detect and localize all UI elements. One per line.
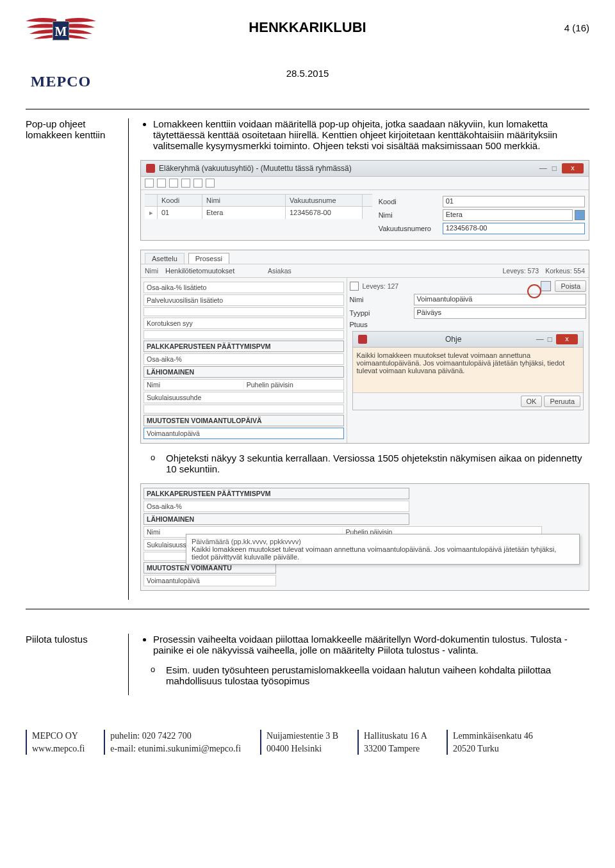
mepco-logo: M MEPCO — [19, 16, 102, 74]
highlight-circle-icon — [527, 284, 541, 298]
toolbar-icon[interactable] — [206, 179, 215, 188]
toolbar-icon[interactable] — [169, 179, 178, 188]
list-item[interactable]: Nimi Puhelin päivisin — [144, 379, 344, 390]
help-icon[interactable] — [541, 281, 551, 291]
list-item[interactable]: Osa-aika-% — [144, 501, 409, 512]
ok-button[interactable]: OK — [521, 396, 543, 407]
screenshot-elakeryhma: Eläkeryhmä (vakuutusyhtiö) - (Muutettu t… — [140, 160, 589, 241]
r-nimi-input[interactable]: Voimaantulopäivä — [414, 294, 586, 305]
footer-col-tampere: Hallituskatu 16 A33200 Tampere — [357, 730, 427, 755]
list-item[interactable]: LÄHIOMAINEN — [144, 366, 344, 378]
maximize-icon[interactable]: □ — [552, 164, 557, 173]
footer-col-company: MEPCO OYwww.mepco.fi — [26, 730, 85, 755]
bullet-text: Lomakkeen kenttiin voidaan määritellä po… — [153, 118, 589, 151]
close-icon[interactable]: x — [562, 163, 584, 173]
window-titlebar: Eläkeryhmä (vakuutusyhtiö) - (Muutettu t… — [141, 161, 589, 177]
toolbar-icon[interactable] — [157, 179, 166, 188]
list-item[interactable]: Korotuksen syy — [144, 317, 344, 329]
vertical-divider — [128, 118, 129, 600]
section-label: Pop-up ohjeet lomakkeen kenttiin — [26, 118, 128, 600]
footer-col-helsinki: Nuijamiestentie 3 B00400 Helsinki — [260, 730, 338, 755]
document-date: 28.5.2015 — [26, 68, 589, 79]
list-item[interactable]: Osa-aika-% — [144, 353, 344, 365]
list-item[interactable] — [144, 330, 344, 339]
list-item[interactable]: Osa-aika-% lisätieto — [144, 282, 344, 293]
list-item[interactable]: PALKKAPERUSTEEN PÄÄTTYMISPVM — [144, 488, 409, 499]
dialog-title: Ohje — [371, 335, 536, 344]
footer-col-contact: puhelin: 020 7422 700e-mail: etunimi.suk… — [104, 730, 241, 755]
cancel-button[interactable]: Peruuta — [544, 396, 580, 407]
toolbar-icon[interactable] — [193, 179, 202, 188]
minimize-icon[interactable]: — — [536, 335, 544, 344]
section-label: Piilota tulostus — [26, 634, 128, 695]
sub-bullet-marker: o — [151, 453, 155, 462]
koodi-field[interactable]: 01 — [443, 196, 585, 207]
tab-prosessi[interactable]: Prosessi — [188, 253, 229, 264]
arrow-icon[interactable] — [350, 282, 359, 291]
r-tyyppi-select[interactable]: Päiväys — [414, 307, 586, 319]
toolbar — [141, 177, 589, 190]
section-piilota-tulostus: Piilota tulostus Prosessin vaiheelta voi… — [26, 625, 589, 704]
close-icon[interactable]: x — [556, 334, 578, 344]
list-item-selected[interactable]: Voimaantulopäivä — [144, 428, 344, 439]
table-row[interactable]: ▸ 01 Etera 12345678-00 — [145, 207, 372, 219]
ohje-textarea[interactable]: Kaikki lomakkeen muutokset tulevat voima… — [353, 348, 583, 392]
window-title: Eläkeryhmä (vakuutusyhtiö) - (Muutettu t… — [159, 164, 352, 173]
maximize-icon[interactable]: □ — [548, 335, 552, 344]
app-icon — [358, 335, 367, 344]
list-item[interactable]: LÄHIOMAINEN — [144, 513, 409, 525]
logo-m-icon: M — [53, 21, 69, 40]
tooltip: Päivämäärä (pp.kk.vvvv, ppkkvvvv) Kaikki… — [186, 534, 580, 565]
app-icon — [146, 164, 155, 173]
list-item[interactable]: Voimaantulopäivä — [144, 575, 276, 586]
list-item[interactable] — [144, 405, 344, 414]
toolbar-icon[interactable] — [181, 179, 190, 188]
nimi-input[interactable]: Henkilötietomuutokset — [165, 267, 255, 275]
page-number: 4 (16) — [564, 22, 589, 33]
field-list: Osa-aika-% lisätieto Palveluvuosilisän l… — [141, 278, 347, 443]
minimize-icon[interactable]: — — [539, 164, 547, 173]
footer-col-turku: Lemminkäisenkatu 4620520 Turku — [447, 730, 533, 755]
tab-asettelu[interactable]: Asettelu — [145, 253, 184, 264]
ohje-dialog: Ohje — □ x Kaikki lomakkeen muutokset tu… — [352, 331, 584, 410]
poista-button[interactable]: Poista — [555, 280, 586, 292]
table-header: Koodi Nimi Vakuutusnume — [145, 194, 372, 207]
sub-bullet-text: Ohjeteksti näkyy 3 sekuntia kerrallaan. … — [166, 453, 582, 474]
list-item[interactable]: MUUTOSTEN VOIMAANTULOPÄIVÄ — [144, 415, 344, 426]
logo-text: MEPCO — [19, 73, 102, 90]
document-title: HENKKARIKLUBI — [26, 13, 589, 36]
vakuutusnumero-field[interactable]: 12345678-00 — [443, 223, 585, 234]
list-item[interactable]: Sukulaisuussuhde — [144, 392, 344, 403]
vertical-divider — [128, 634, 129, 695]
list-item[interactable]: PALKKAPERUSTEEN PÄÄTTYMISPVM — [144, 341, 344, 352]
bullet-text: Prosessin vaiheelta voidaan piilottaa lo… — [153, 634, 589, 655]
list-item[interactable]: Palveluvuosilisän lisätieto — [144, 294, 344, 306]
sub-bullet-text: Esim. uuden työsuhteen perustamislomakke… — [166, 664, 551, 686]
page-header: M MEPCO HENKKARIKLUBI 4 (16) 28.5.2015 — [26, 13, 589, 83]
tooltip-body: Kaikki lomakkeen muutokset tulevat voima… — [192, 545, 574, 561]
screenshot-asettelu: Asettelu Prosessi Nimi Henkilötietomuuto… — [140, 250, 589, 444]
list-item[interactable] — [144, 307, 344, 316]
sub-bullet-marker: o — [151, 664, 155, 674]
section-popup-ohjeet: Pop-up ohjeet lomakkeen kenttiin Lomakke… — [26, 109, 589, 609]
screenshot-tooltip: PALKKAPERUSTEEN PÄÄTTYMISPVM Osa-aika-% … — [140, 483, 589, 591]
nimi-field[interactable]: Etera — [443, 209, 573, 221]
toolbar-icon[interactable] — [145, 179, 154, 188]
lookup-icon[interactable] — [575, 210, 585, 220]
page-footer: MEPCO OYwww.mepco.fi puhelin: 020 7422 7… — [26, 730, 589, 755]
tooltip-title: Päivämäärä (pp.kk.vvvv, ppkkvvvv) — [192, 538, 574, 545]
